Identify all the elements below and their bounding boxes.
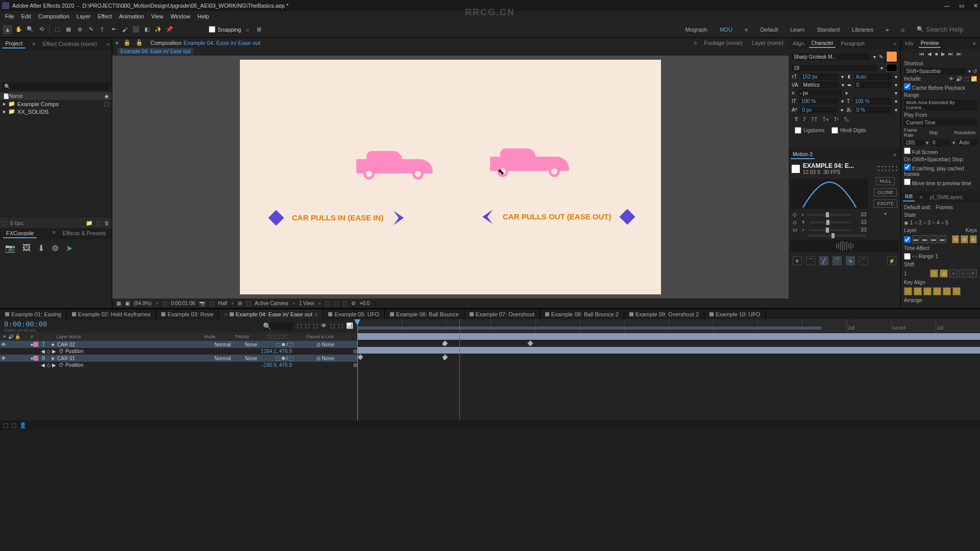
eraser-tool-icon[interactable]: ◧: [142, 25, 152, 34]
menu-window[interactable]: Window: [167, 12, 193, 20]
panel-overflow-icon[interactable]: »: [107, 41, 110, 47]
tl-tab-5[interactable]: Example 05: UFO: [323, 309, 384, 319]
tab-rift[interactable]: Rift: [903, 193, 915, 202]
kf-nav-icon[interactable]: ◀ ◇ ▶: [41, 348, 56, 354]
timeline-graph-area[interactable]: :00f 10f 20f 01:00f 10f 20f 02:00f 10f 2…: [357, 319, 980, 420]
tl-icon5[interactable]: ⬚: [330, 322, 335, 330]
tl-icon3[interactable]: ⬚: [313, 322, 318, 330]
overflow-icon[interactable]: »: [891, 40, 898, 47]
tl-icon6[interactable]: ⬚: [338, 322, 343, 330]
motion-menu-icon[interactable]: ≡: [891, 151, 898, 159]
hand-tool-icon[interactable]: ✋: [14, 25, 23, 34]
hindi-checkbox[interactable]: [831, 127, 838, 134]
framerate-dropdown[interactable]: (30): [904, 139, 924, 146]
layer-btn4[interactable]: ▬: [939, 235, 946, 243]
layer-bar[interactable]: [357, 333, 980, 340]
tab-character[interactable]: Character: [809, 39, 836, 48]
ta-prev-icon[interactable]: ‹: [912, 254, 914, 259]
excite-button[interactable]: EXCITE: [873, 199, 897, 208]
ka-2[interactable]: ⬚: [914, 287, 922, 295]
channel-icon[interactable]: ▣: [125, 300, 130, 306]
image-icon[interactable]: 🖼: [22, 243, 31, 253]
dropdown-icon[interactable]: ▾: [841, 98, 844, 104]
keys-btn3[interactable]: ◆: [970, 235, 977, 243]
kf-prev-icon[interactable]: ‹: [802, 212, 803, 217]
res-icon[interactable]: ⬚: [162, 300, 167, 306]
tracking-input[interactable]: 0: [854, 82, 892, 88]
hscale-input[interactable]: 100 %: [853, 98, 892, 105]
fill-swatch[interactable]: [886, 51, 897, 62]
motion-preset1-icon[interactable]: ⌒: [806, 256, 815, 265]
cache-checkbox[interactable]: [904, 83, 911, 90]
search-help[interactable]: 🔍: [917, 26, 977, 33]
tab-preview[interactable]: Preview: [919, 39, 941, 48]
cache-frames-checkbox[interactable]: [904, 164, 911, 170]
kf-icon[interactable]: ▭: [793, 227, 797, 233]
radio-4[interactable]: ○ 4: [932, 220, 939, 226]
motion-preset5-icon[interactable]: ⌒: [859, 256, 868, 265]
loop-icon[interactable]: 🔁: [971, 76, 977, 82]
slider-3[interactable]: [809, 229, 851, 231]
camera-icon[interactable]: 📷: [5, 243, 15, 253]
color-tag[interactable]: [33, 342, 38, 347]
ta-checkbox[interactable]: [904, 253, 911, 260]
orbit-tool-icon[interactable]: ⟲: [37, 25, 46, 34]
prop-value[interactable]: -190.9, 476.9: [262, 362, 292, 368]
dropdown-icon[interactable]: ▾: [895, 74, 897, 80]
expand-icon[interactable]: ▸: [3, 108, 6, 115]
viewer[interactable]: ⬉ CAR PULLS IN (EASE IN) CAR PULLS OUT (…: [112, 56, 789, 298]
dropdown-icon[interactable]: ▾: [895, 90, 897, 96]
hindi-toggle[interactable]: Hindi Digits: [831, 127, 866, 134]
stopwatch-icon[interactable]: ⏱: [59, 348, 64, 354]
tl-tab-10[interactable]: Example 10: UFO: [704, 309, 766, 319]
share-icon[interactable]: ➤: [66, 243, 72, 253]
tl-tab-7[interactable]: Example 07: Overshoot: [464, 309, 540, 319]
layer-btn3[interactable]: ▬: [930, 235, 937, 243]
workspace-learn[interactable]: Learn: [790, 27, 804, 33]
toggle-parent-icon[interactable]: 👤: [19, 422, 27, 429]
gear-icon[interactable]: ⚙: [52, 243, 59, 253]
grid-icon[interactable]: ⊞: [238, 300, 242, 306]
layer-search-input[interactable]: [263, 322, 293, 330]
tab-fxconsole[interactable]: FXConsole: [3, 229, 37, 238]
col-name[interactable]: Layer Name: [46, 334, 204, 339]
stop-icon[interactable]: ■: [935, 51, 938, 57]
tab-align[interactable]: Align: [791, 40, 806, 47]
3d-icon[interactable]: ⬚: [342, 300, 347, 306]
preview-menu-icon[interactable]: ≡: [971, 40, 978, 47]
menu-layer[interactable]: Layer: [74, 12, 94, 20]
shift-minus[interactable]: −: [959, 269, 967, 278]
pixel-icon[interactable]: ⬚: [325, 300, 330, 306]
region-icon[interactable]: ⬚: [209, 300, 214, 306]
project-item[interactable]: ▸ 📁 XX_SOLIDS: [0, 108, 112, 115]
col-type-icon[interactable]: 📄: [3, 93, 9, 99]
skip-dropdown[interactable]: 0: [930, 139, 950, 146]
ka-6[interactable]: ⬚: [952, 287, 961, 295]
time-ruler[interactable]: :00f 10f 20f 01:00f 10f 20f 02:00f 10f 2…: [357, 319, 980, 333]
last-frame-icon[interactable]: ⏭: [957, 51, 962, 57]
dropdown-icon[interactable]: ▾: [841, 74, 844, 80]
shift-plus[interactable]: +: [969, 269, 977, 278]
keyframe-ease-icon[interactable]: ⏴: [442, 354, 448, 360]
reset-icon[interactable]: ↺: [973, 68, 977, 74]
comp-menu-icon[interactable]: ≡: [694, 40, 697, 46]
minimize-icon[interactable]: —: [944, 3, 950, 9]
keyframe-icon[interactable]: [527, 340, 533, 346]
project-item[interactable]: ▸ 📁 Example Comps ⬚: [0, 100, 112, 108]
rotate-tool-icon[interactable]: ⬚: [53, 25, 62, 34]
prop-value[interactable]: 1164.1, 476.9: [261, 348, 292, 354]
shift-eq[interactable]: =: [949, 269, 958, 278]
tab-effects-presets[interactable]: Effects & Presets: [60, 229, 109, 238]
layer-btn2[interactable]: ▬: [921, 235, 928, 243]
parent-dropdown[interactable]: None: [322, 342, 334, 347]
trkmat-dropdown[interactable]: None: [245, 342, 276, 347]
range-input[interactable]: 1: [935, 254, 938, 259]
unit-dropdown[interactable]: Frames: [936, 205, 953, 210]
slider-4[interactable]: [808, 235, 866, 237]
visibility-icon[interactable]: 👁: [1, 342, 6, 347]
project-search-input[interactable]: [2, 83, 110, 90]
tl-tab-4[interactable]: ×Example 04: Ease in/ Ease out≡: [219, 309, 323, 319]
cache-toggle[interactable]: Cache Before Playback: [904, 83, 977, 91]
renderer-icon[interactable]: ⚙: [351, 300, 356, 306]
stroke-swatch[interactable]: [886, 64, 897, 72]
